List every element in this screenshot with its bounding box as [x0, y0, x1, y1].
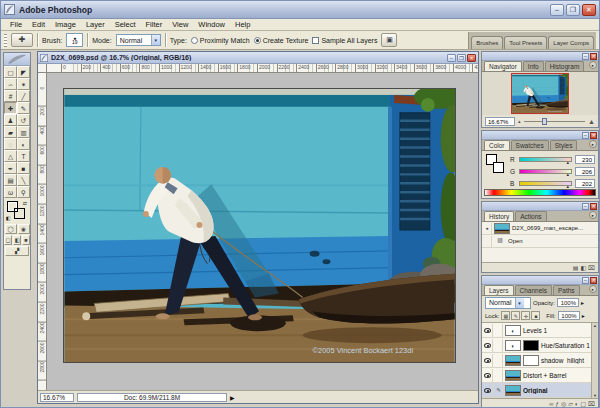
blend-mode-select[interactable]: Normal ▾	[485, 297, 531, 309]
palette-close-button[interactable]: ✕	[590, 53, 597, 60]
layer-row-levels[interactable]: ◐ Levels 1	[482, 323, 598, 338]
eye-icon[interactable]	[484, 373, 491, 378]
link-cell[interactable]	[495, 369, 503, 382]
tool-clone-stamp[interactable]: ♟	[4, 114, 17, 126]
palette-minimize-button[interactable]: ‒	[582, 277, 589, 284]
palette-close-button[interactable]: ✕	[590, 132, 597, 139]
screen-button-full-screen-mode[interactable]: ■	[22, 235, 30, 245]
visibility-cell[interactable]	[483, 384, 493, 397]
fill-arrow-icon[interactable]: ▸	[582, 312, 585, 319]
status-popup-arrow-icon[interactable]: ▶	[230, 394, 235, 401]
checkbox-icon[interactable]	[312, 37, 319, 44]
lock-button-lock-position[interactable]: ✢	[521, 311, 530, 320]
menu-item-select[interactable]: Select	[110, 20, 141, 29]
menu-item-view[interactable]: View	[167, 20, 193, 29]
layers-button-new-group[interactable]: ▱	[568, 400, 573, 408]
tool-magic-wand[interactable]: ✶	[17, 78, 30, 90]
navigator-zoom-field[interactable]: 16.67%	[485, 117, 515, 126]
fill-field[interactable]: 100%	[558, 311, 580, 320]
palette-title-bar[interactable]: ‒ ✕	[482, 276, 598, 285]
zoom-slider-thumb[interactable]	[542, 118, 547, 125]
opacity-field[interactable]: 100%	[557, 298, 579, 307]
tool-move[interactable]: ◤	[17, 66, 30, 78]
green-slider[interactable]: ▴	[519, 169, 572, 174]
layer-mask-thumbnail[interactable]	[523, 340, 539, 351]
brush-preset-picker[interactable]: ● 19	[66, 33, 83, 47]
maximize-button[interactable]: ❐	[566, 4, 580, 16]
palette-title-bar[interactable]: ‒ ✕	[482, 52, 598, 61]
navigator-proxy-view[interactable]	[511, 73, 569, 114]
tool-blur[interactable]: ◌	[4, 138, 17, 150]
tool-rectangular-marquee[interactable]: ▢	[4, 66, 17, 78]
menu-item-layer[interactable]: Layer	[81, 20, 110, 29]
doc-minimize-button[interactable]: ‒	[447, 54, 456, 62]
blue-value-field[interactable]: 202	[575, 179, 595, 188]
layers-button-link-layers[interactable]: ∞	[549, 400, 553, 408]
layer-row-distort-barrel[interactable]: Distort + Barrel	[482, 368, 598, 383]
layer-name[interactable]: Hue/Saturation 1	[541, 342, 590, 349]
options-grip[interactable]	[4, 34, 7, 47]
slider-thumb-icon[interactable]: ▴	[566, 159, 569, 165]
screen-button-full-screen-with-menu[interactable]: ◧	[13, 235, 21, 245]
tool-history-brush[interactable]: ↺	[17, 114, 30, 126]
doc-maximize-button[interactable]: ❐	[457, 54, 466, 62]
snapshot-name[interactable]: D2X_0699_man_escape...	[512, 225, 597, 231]
layers-button-new-layer[interactable]: ▢	[580, 400, 586, 408]
palette-menu-button[interactable]: ▸	[589, 285, 597, 293]
tab-color[interactable]: Color	[484, 140, 510, 150]
tool-path-selection[interactable]: △	[4, 150, 17, 162]
layer-mask-thumbnail[interactable]	[523, 355, 539, 366]
palette-menu-button[interactable]: ▸	[589, 140, 597, 148]
red-slider[interactable]: ▴	[519, 157, 572, 162]
lock-button-lock-all[interactable]: ■	[531, 311, 540, 320]
zoom-slider[interactable]	[524, 121, 586, 122]
layer-thumbnail[interactable]	[505, 355, 521, 366]
layer-name[interactable]: shadow_hilight	[541, 357, 590, 364]
radio-icon[interactable]	[254, 37, 261, 44]
layer-thumbnail[interactable]	[505, 385, 521, 396]
toolbox-header[interactable]	[4, 53, 30, 66]
minimize-button[interactable]: ‒	[550, 4, 564, 16]
layer-row-hue-saturation[interactable]: ◐ Hue/Saturation 1	[482, 338, 598, 353]
screen-button-standard-screen-mode[interactable]: ▢	[4, 235, 12, 245]
dropdown-arrow-icon[interactable]: ▾	[515, 298, 524, 308]
document-title-bar[interactable]: D2X_0699.psd @ 16.7% (Original, RGB/16) …	[38, 52, 478, 64]
eye-icon[interactable]	[484, 343, 491, 348]
edit-in-imageready-button[interactable]: ▞	[5, 246, 29, 256]
menu-item-help[interactable]: Help	[230, 20, 255, 29]
opacity-arrow-icon[interactable]: ▸	[581, 299, 584, 306]
tab-layers[interactable]: Layers	[484, 285, 514, 295]
visibility-cell[interactable]	[483, 339, 493, 352]
tool-shape[interactable]: ■	[17, 162, 30, 174]
history-button-new-document-from-state[interactable]: ▤	[573, 264, 579, 272]
default-colors-icon[interactable]: ◧	[6, 215, 11, 221]
snapshot-thumbnail[interactable]	[494, 223, 510, 234]
file-browser-button[interactable]: ▣	[381, 33, 397, 47]
tool-notes[interactable]: ▤	[4, 174, 17, 186]
zoom-percentage-field[interactable]: 16.67%	[40, 393, 74, 402]
zoom-in-icon[interactable]: ▲	[588, 118, 595, 125]
history-button-new-snapshot[interactable]: ◧	[580, 264, 586, 272]
history-step-row[interactable]: ▨ Open	[482, 235, 598, 248]
tool-brush[interactable]: ✎	[17, 102, 30, 114]
photo-image[interactable]: ©2005 Vincent Bockaert 123di	[63, 88, 456, 363]
tool-lasso[interactable]: ∽	[4, 78, 17, 90]
tab-history[interactable]: History	[484, 211, 514, 221]
layers-button-delete-layer[interactable]: ⌧	[588, 400, 595, 408]
history-brush-source-cell[interactable]: ●	[483, 223, 492, 234]
visibility-cell[interactable]	[483, 369, 493, 382]
slider-thumb-icon[interactable]: ▴	[566, 171, 569, 177]
color-spectrum-ramp[interactable]	[484, 189, 596, 196]
document-size-readout[interactable]: Doc: 69.9M/211.8M	[77, 393, 227, 402]
palette-title-bar[interactable]: ‒ ✕	[482, 202, 598, 211]
palette-well-tab-tool-presets[interactable]: Tool Presets	[504, 36, 547, 49]
link-cell[interactable]	[495, 339, 503, 352]
tab-channels[interactable]: Channels	[515, 285, 552, 295]
tool-crop[interactable]: #	[4, 90, 17, 102]
palette-minimize-button[interactable]: ‒	[582, 53, 589, 60]
red-value-field[interactable]: 230	[575, 155, 595, 164]
tool-healing-brush[interactable]: ✚	[4, 102, 17, 114]
link-cell[interactable]	[495, 354, 503, 367]
tab-paths[interactable]: Paths	[553, 285, 580, 295]
tab-navigator[interactable]: Navigator	[484, 61, 522, 71]
